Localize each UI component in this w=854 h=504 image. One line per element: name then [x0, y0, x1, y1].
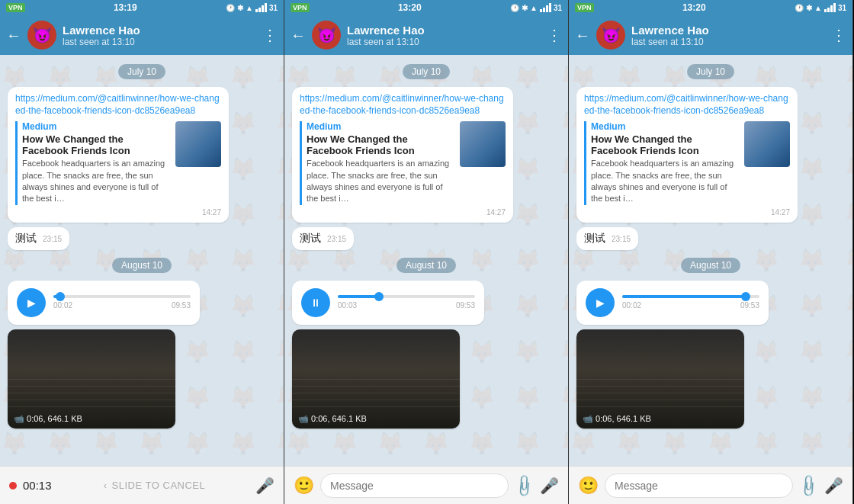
battery-text: 31: [269, 4, 278, 12]
video-message-2[interactable]: 📹 0:06, 646.1 KB: [292, 329, 460, 429]
link-url-2[interactable]: https://medium.com/@caitlinwinner/how-we…: [300, 93, 506, 117]
back-button-2[interactable]: ←: [291, 27, 306, 44]
link-source-3: Medium: [591, 121, 738, 132]
status-time-1: 13:19: [114, 2, 137, 13]
message-input-2[interactable]: [320, 474, 509, 498]
header-info-2: Lawrence Hao last seen at 13:10: [347, 24, 541, 47]
chat-header-3: ← 😈 Lawrence Hao last seen at 13:10 ⋮: [569, 15, 852, 55]
vpn-badge: VPN: [6, 3, 25, 12]
mic-icon-2[interactable]: 🎤: [540, 477, 559, 495]
link-thumbnail-3: [744, 121, 790, 167]
audio-total-1: 09:53: [172, 301, 191, 310]
audio-current-3: 00:02: [622, 301, 641, 310]
link-desc-1: Facebook headquarters is an amazing plac…: [22, 158, 169, 205]
link-title-3: How We Changed the Facebook Friends Icon: [591, 133, 738, 156]
message-input-3[interactable]: [605, 474, 793, 498]
chat-body-3: July 10 https://medium.com/@caitlinwinne…: [569, 55, 852, 466]
vpn-badge-2: VPN: [291, 3, 310, 12]
link-thumbnail-1: [175, 121, 221, 167]
status-bar-left-3: VPN: [575, 3, 594, 12]
status-bar-1: VPN 13:19 🕐 ✱ ▲ 31: [0, 0, 284, 15]
link-thumbnail-2: [460, 121, 506, 167]
text-time-1: 23:15: [43, 235, 62, 243]
video-info-bar-2: 📹 0:06, 646.1 KB: [298, 414, 367, 424]
avatar-2: 😈: [312, 21, 341, 50]
status-time-2: 13:20: [398, 2, 422, 13]
slide-cancel-1[interactable]: ‹ SLIDE TO CANCEL: [59, 480, 249, 491]
video-message-3[interactable]: 📹 0:06, 646.1 KB: [576, 329, 744, 429]
chat-body-1: July 10 https://medium.com/@caitlinwinne…: [0, 55, 284, 466]
play-button-3[interactable]: ▶: [586, 288, 615, 317]
link-url-1[interactable]: https://medium.com/@caitlinwinner/how-we…: [15, 93, 221, 117]
mic-icon-3[interactable]: 🎤: [824, 477, 843, 495]
audio-total-2: 09:53: [456, 301, 475, 310]
link-time-2: 14:27: [300, 208, 506, 217]
wifi-icon-2: ▲: [530, 4, 538, 12]
link-message-2: https://medium.com/@caitlinwinner/how-we…: [292, 87, 513, 223]
audio-waveform-3: [622, 295, 759, 298]
audio-info-2: 00:03 09:53: [338, 295, 475, 310]
date-badge-aug-1: August 10: [112, 258, 172, 273]
status-bar-left-2: VPN: [291, 3, 310, 12]
attach-icon-3[interactable]: 📎: [795, 472, 822, 499]
video-thumbnail-1: 📹 0:06, 646.1 KB: [8, 329, 175, 429]
attach-icon-2[interactable]: 📎: [511, 472, 538, 499]
date-badge-aug-2: August 10: [396, 258, 456, 273]
link-url-3[interactable]: https://medium.com/@caitlinwinner/how-we…: [584, 93, 790, 117]
video-message-1[interactable]: 📹 0:06, 646.1 KB: [8, 329, 175, 429]
date-badge-aug-3: August 10: [681, 258, 740, 273]
video-thumbnail-3: 📹 0:06, 646.1 KB: [576, 329, 744, 429]
text-time-3: 23:15: [612, 235, 631, 243]
link-card-left-3: Medium How We Changed the Facebook Frien…: [584, 121, 738, 205]
link-time-1: 14:27: [15, 208, 221, 217]
contact-name-3: Lawrence Hao: [631, 24, 825, 37]
link-message-1: https://medium.com/@caitlinwinner/how-we…: [8, 87, 229, 223]
wifi-icon: ▲: [246, 4, 253, 12]
pause-button-2[interactable]: ⏸: [301, 288, 330, 317]
avatar-1: 😈: [27, 21, 56, 50]
link-source-2: Medium: [307, 121, 454, 132]
signal-bars-2: [540, 3, 551, 12]
vpn-badge-3: VPN: [575, 3, 594, 12]
link-card-3: Medium How We Changed the Facebook Frien…: [584, 121, 790, 205]
audio-info-1: 00:02 09:53: [53, 295, 191, 310]
status-right-1: 🕐 ✱ ▲ 31: [226, 3, 278, 12]
msg-text-1: 测试: [15, 232, 37, 246]
date-badge-july-2: July 10: [403, 64, 450, 79]
link-title-1: How We Changed the Facebook Friends Icon: [22, 133, 169, 156]
more-button-2[interactable]: ⋮: [547, 26, 562, 44]
video-notebook-1: [8, 375, 175, 413]
status-bar-3: VPN 13:20 🕐 ✱ ▲ 31: [569, 0, 852, 15]
bluetooth-icon-3: ✱: [806, 4, 812, 12]
slide-cancel-label: SLIDE TO CANCEL: [112, 480, 206, 491]
back-button-3[interactable]: ←: [575, 27, 590, 44]
text-time-2: 23:15: [327, 235, 346, 243]
link-preview-2: https://medium.com/@caitlinwinner/how-we…: [300, 93, 506, 205]
text-message-2: 测试 23:15: [292, 227, 354, 250]
link-preview-3: https://medium.com/@caitlinwinner/how-we…: [584, 93, 790, 205]
audio-message-2: ⏸ 00:03 09:53: [292, 281, 484, 325]
audio-times-3: 00:02 09:53: [622, 301, 759, 310]
text-message-3: 测试 23:15: [576, 227, 638, 250]
text-message-1: 测试 23:15: [8, 227, 69, 250]
audio-message-1: ▶ 00:02 09:53: [8, 281, 200, 325]
chevron-left-icon: ‹: [104, 480, 108, 491]
signal-bars: [255, 3, 267, 12]
clock-icon-2: 🕐: [510, 4, 519, 12]
audio-thumb-2: [374, 292, 384, 301]
back-button-1[interactable]: ←: [6, 27, 21, 44]
audio-info-3: 00:02 09:53: [622, 295, 759, 310]
more-button-1[interactable]: ⋮: [262, 26, 278, 44]
link-source-1: Medium: [22, 121, 169, 132]
emoji-icon-3[interactable]: 🙂: [578, 476, 599, 496]
battery-text-3: 31: [838, 4, 846, 12]
emoji-icon-2[interactable]: 🙂: [294, 476, 314, 496]
contact-name-1: Lawrence Hao: [63, 24, 256, 37]
more-button-3[interactable]: ⋮: [831, 26, 846, 44]
play-button-1[interactable]: ▶: [17, 288, 46, 317]
date-badge-july-3: July 10: [687, 64, 734, 79]
bottom-bar-3: 🙂 📎 🎤: [569, 466, 852, 504]
video-thumbnail-2: 📹 0:06, 646.1 KB: [292, 329, 460, 429]
video-info-text-2: 📹 0:06, 646.1 KB: [298, 414, 367, 424]
mic-icon-1[interactable]: 🎤: [255, 477, 274, 495]
